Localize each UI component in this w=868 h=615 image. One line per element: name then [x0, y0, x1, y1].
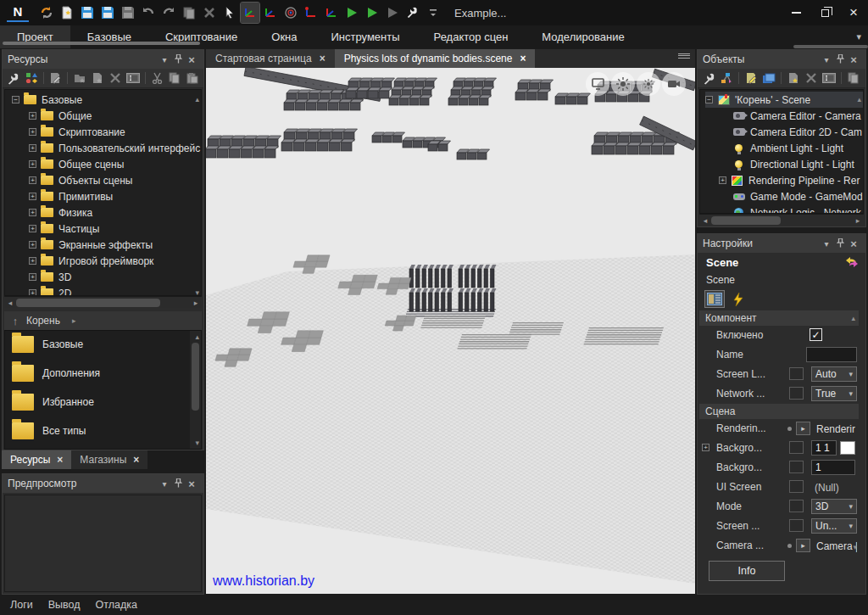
- background-intensity-input[interactable]: 1: [811, 460, 855, 475]
- list-item[interactable]: Дополнения: [12, 365, 100, 382]
- copy-icon[interactable]: [167, 70, 182, 86]
- close-panel-icon[interactable]: ×: [185, 53, 198, 66]
- tab-list-icon[interactable]: [678, 53, 690, 59]
- tree-item[interactable]: +Общее сцены: [29, 156, 201, 172]
- lighting-button[interactable]: [611, 72, 635, 96]
- restore-button[interactable]: [810, 0, 839, 25]
- tree-item[interactable]: +Общие: [29, 108, 201, 124]
- duplicate-icon[interactable]: [180, 3, 198, 23]
- default-flag-box[interactable]: [789, 461, 804, 473]
- tree-item[interactable]: +Частицы: [29, 221, 201, 237]
- color-swatch[interactable]: [840, 441, 855, 455]
- edit-icon[interactable]: [48, 70, 64, 86]
- tree-item[interactable]: +Пользовательский интерфейс: [29, 140, 201, 156]
- new-resource-star-icon[interactable]: [90, 70, 105, 86]
- expand-reference-button[interactable]: ▸: [796, 422, 810, 435]
- expand-icon[interactable]: +: [29, 176, 36, 184]
- expand-icon[interactable]: +: [29, 225, 36, 232]
- scroll-up-icon[interactable]: ▴: [851, 314, 855, 322]
- tab-start-page[interactable]: Стартовая страница×: [206, 49, 335, 68]
- refresh-icon[interactable]: [37, 3, 56, 23]
- tab-properties[interactable]: [704, 290, 725, 308]
- panel-menu-icon[interactable]: ▾: [820, 239, 833, 249]
- scroll-up-icon[interactable]: ▴: [195, 333, 199, 341]
- close-button[interactable]: ×: [839, 0, 868, 25]
- transform-tool-icon[interactable]: [322, 3, 341, 23]
- default-flag-box[interactable]: [789, 387, 804, 400]
- move-snap-tool-icon[interactable]: [261, 3, 280, 23]
- minimize-button[interactable]: [782, 0, 810, 25]
- close-tab-icon[interactable]: ×: [520, 53, 526, 64]
- menu-item-modeling[interactable]: Моделирование: [525, 25, 641, 48]
- pin-icon[interactable]: [833, 54, 847, 65]
- scale-tool-icon[interactable]: [302, 3, 320, 23]
- status-output[interactable]: Вывод: [48, 599, 81, 611]
- play-second-icon[interactable]: [363, 3, 381, 23]
- pin-icon[interactable]: [833, 238, 847, 249]
- tree-item[interactable]: Camera Editor - Camera: [732, 108, 863, 124]
- default-flag-box[interactable]: [789, 367, 804, 380]
- tree-item[interactable]: +Экранные эффекты: [29, 237, 201, 253]
- close-tab-icon[interactable]: ×: [57, 454, 63, 466]
- save-all-icon[interactable]: [98, 3, 117, 23]
- undo-icon[interactable]: [139, 3, 158, 23]
- expand-icon[interactable]: +: [702, 444, 709, 451]
- delete-resource-icon[interactable]: [108, 70, 123, 86]
- new-resource-icon[interactable]: [58, 3, 76, 23]
- camera-button[interactable]: [662, 72, 686, 96]
- scroll-right-icon[interactable]: ▸: [190, 297, 202, 309]
- expand-icon[interactable]: +: [29, 273, 36, 281]
- expand-icon[interactable]: +: [719, 176, 726, 184]
- up-level-icon[interactable]: ↑: [4, 315, 26, 327]
- ribbon-strip-left[interactable]: [3, 42, 200, 45]
- copy-icon[interactable]: [846, 70, 861, 86]
- background-color-input[interactable]: 1 1: [811, 440, 837, 456]
- effects-button[interactable]: [637, 72, 660, 96]
- redo-icon[interactable]: [159, 3, 178, 23]
- select-tool-icon[interactable]: [220, 3, 239, 23]
- pin-icon[interactable]: [171, 54, 185, 65]
- hscroll-thumb[interactable]: [711, 216, 781, 225]
- tree-item[interactable]: +Игровой фреймворк: [29, 253, 201, 269]
- tab-events[interactable]: [728, 290, 748, 308]
- open-in-window-icon[interactable]: [761, 70, 776, 86]
- vscroll-thumb[interactable]: [192, 343, 199, 411]
- tree-item[interactable]: Game Mode - GameMod: [732, 188, 863, 204]
- panel-menu-icon[interactable]: ▾: [158, 55, 171, 64]
- import-icon[interactable]: [72, 70, 87, 86]
- scene-viewport[interactable]: www.historian.by: [206, 68, 695, 594]
- relations-icon[interactable]: [719, 70, 734, 86]
- tree-item[interactable]: −Базовые▴: [12, 92, 201, 108]
- screen-dropdown[interactable]: Un...▾: [811, 518, 857, 534]
- expand-icon[interactable]: +: [29, 193, 36, 200]
- scroll-up-icon[interactable]: ▴: [195, 95, 199, 103]
- hscroll-thumb[interactable]: [16, 299, 160, 307]
- scroll-down-icon[interactable]: ▾: [853, 543, 857, 551]
- cut-icon[interactable]: [150, 70, 165, 86]
- expand-icon[interactable]: +: [29, 257, 36, 265]
- expand-icon[interactable]: +: [29, 241, 36, 249]
- save-icon[interactable]: [78, 3, 97, 23]
- tree-item[interactable]: +Скриптование: [29, 124, 201, 140]
- tree-item[interactable]: Ambient Light - Light: [732, 140, 863, 156]
- close-tab-icon[interactable]: ×: [320, 53, 326, 64]
- tab-physics-scene[interactable]: Physics lots of dynamic bodies.scene×: [335, 49, 536, 68]
- collapse-icon[interactable]: −: [705, 96, 713, 103]
- panel-menu-icon[interactable]: ▾: [158, 479, 171, 489]
- menu-item-scene-editor[interactable]: Редактор сцен: [417, 25, 526, 48]
- scroll-up-icon[interactable]: ▴: [857, 95, 861, 103]
- objects-hscrollbar[interactable]: ◂ ▸: [699, 214, 864, 226]
- default-flag-box[interactable]: [789, 480, 804, 493]
- move-tool-icon[interactable]: [241, 3, 259, 23]
- scroll-down-icon[interactable]: ▾: [195, 439, 199, 447]
- expand-reference-button[interactable]: ▸: [796, 539, 810, 552]
- tree-item[interactable]: +Rendering Pipeline - Rer: [719, 172, 863, 188]
- scroll-down-icon[interactable]: ▾: [195, 288, 199, 296]
- tree-item[interactable]: +Примитивы: [29, 188, 201, 204]
- new-object-icon[interactable]: [24, 70, 39, 86]
- expand-icon[interactable]: +: [29, 112, 36, 120]
- rename-icon[interactable]: [821, 70, 837, 86]
- status-logs[interactable]: Логи: [10, 599, 33, 611]
- delete-object-icon[interactable]: [804, 70, 819, 86]
- ribbon-strip-right[interactable]: [793, 45, 868, 48]
